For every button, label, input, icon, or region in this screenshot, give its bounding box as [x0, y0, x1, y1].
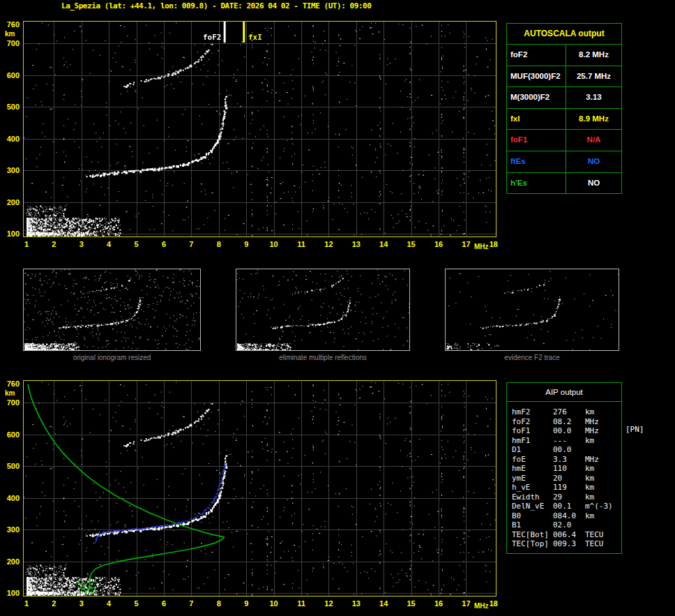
x-tick-label: 5	[135, 599, 139, 608]
thumbnail-caption: evidence F2 trace	[445, 354, 619, 361]
x-tick-label: 18	[490, 599, 498, 608]
x-tick-label: 15	[407, 240, 416, 248]
ionogram-plot-top: foF2 fxI	[23, 21, 496, 237]
table-row: M(3000)F2 3.13	[507, 87, 621, 108]
param-label: MUF(3000)F2	[507, 66, 566, 87]
y-tick-label: 300	[0, 166, 20, 174]
x-tick-label: 10	[269, 599, 278, 608]
y-tick-label: 400	[0, 135, 20, 143]
aip-table-header: AIP output	[507, 383, 621, 402]
y-axis-unit: km	[5, 389, 15, 397]
y-tick-label: 100	[0, 589, 20, 597]
x-tick-label: 6	[162, 599, 166, 608]
x-tick-label: 2	[52, 240, 56, 248]
param-unit: km	[585, 474, 621, 483]
x-tick-label: 13	[352, 599, 361, 608]
table-row: h_vE119km	[507, 483, 621, 493]
thumbnail-caption: original ionogram resized	[23, 354, 201, 361]
autoscala-output-table: AUTOSCALA output foF2 8.2 MHz MUF(3000)F…	[506, 23, 622, 194]
param-name: foF2	[507, 417, 553, 427]
table-row: foF100.0MHz	[507, 426, 621, 436]
param-name: hmF1	[507, 436, 553, 446]
table-row: foF2 8.2 MHz	[507, 44, 621, 66]
x-tick-label: 9	[244, 240, 248, 248]
pn-flag: [PN]	[625, 425, 644, 434]
y-tick-label: 100	[0, 230, 20, 238]
param-label: foF2	[507, 45, 566, 66]
param-value: 009.3	[553, 539, 585, 549]
x-tick-label: 4	[107, 599, 111, 608]
param-name: h_vE	[507, 483, 553, 493]
table-row: foF1 N/A	[507, 129, 621, 151]
param-value: ---	[553, 436, 585, 446]
autoscala-window: La_Spezia (lat: +44.1, lon: 009.8) - DAT…	[0, 0, 675, 616]
param-name: Ewidth	[507, 493, 553, 502]
x-tick-label: 16	[434, 599, 443, 608]
param-name: hmF2	[507, 407, 553, 417]
param-label: fxI	[507, 109, 566, 130]
param-unit	[585, 520, 621, 530]
table-row: ymE20km	[507, 474, 621, 483]
y-tick-label: 600	[0, 71, 20, 80]
table-row: foF208.2MHz	[507, 417, 621, 427]
x-tick-label: 17	[462, 240, 470, 248]
thumbnail-caption: eliminate multiple reflections	[236, 354, 410, 361]
x-tick-label: 12	[324, 599, 333, 608]
param-value: 119	[553, 483, 585, 493]
param-value: 29	[553, 493, 585, 502]
table-row: Ewidth29km	[507, 493, 621, 502]
param-unit: km	[585, 511, 621, 521]
param-unit: km	[585, 483, 621, 493]
param-unit: km	[585, 493, 621, 502]
x-tick-label: 1	[24, 599, 29, 608]
thumbnail-eliminate-reflections	[236, 269, 410, 351]
param-value: 00.0	[553, 426, 585, 436]
param-name: B0	[507, 511, 553, 521]
param-value: 08.2	[553, 417, 585, 427]
x-tick-label: 17	[462, 599, 470, 608]
param-value: 25.7 MHz	[566, 66, 621, 87]
param-name: DelN_vE	[507, 502, 553, 511]
table-row: foE3.3MHz	[507, 455, 621, 465]
param-value: 20	[553, 474, 585, 483]
x-tick-label: 13	[352, 240, 361, 248]
y-tick-label: 500	[0, 103, 20, 111]
x-tick-label: 12	[324, 240, 333, 248]
x-axis-unit: MHz	[474, 243, 489, 250]
table-row: fxI 8.9 MHz	[507, 108, 621, 130]
thumbnail-canvas	[446, 269, 619, 350]
y-tick-label: 600	[0, 430, 20, 439]
param-name: ymE	[507, 474, 553, 483]
table-row: B0084.0km	[507, 511, 621, 521]
thumbnail-canvas	[236, 269, 409, 350]
x-tick-label: 18	[490, 240, 498, 248]
param-value: 006.4	[553, 530, 585, 540]
param-name: foF1	[507, 426, 553, 436]
table-row: B102.0	[507, 520, 621, 530]
param-label: foF1	[507, 130, 566, 151]
x-tick-label: 11	[297, 599, 305, 608]
fxi-marker-label: fxI	[248, 33, 262, 42]
x-tick-label: 14	[379, 599, 388, 608]
x-tick-label: 7	[189, 599, 193, 608]
param-value: 8.9 MHz	[566, 109, 621, 130]
param-name: TEC[Bot]	[507, 530, 553, 540]
x-tick-label: 14	[379, 240, 388, 248]
param-unit: TECU	[585, 539, 621, 549]
param-value: NO	[566, 173, 621, 194]
table-row: hmE110km	[507, 464, 621, 474]
x-tick-label: 10	[269, 240, 278, 248]
y-tick-label: 760	[0, 380, 20, 388]
x-tick-label: 11	[297, 240, 305, 248]
param-unit: TECU	[585, 530, 621, 540]
param-name: B1	[507, 520, 553, 530]
x-tick-label: 5	[135, 240, 139, 248]
thumbnail-original-ionogram	[23, 269, 201, 351]
param-name: TEC[Top]	[507, 539, 553, 549]
param-label: ftEs	[507, 151, 566, 172]
y-tick-label: 700	[0, 39, 20, 47]
param-value: 02.0	[553, 520, 585, 530]
ionogram-canvas-bottom	[24, 381, 496, 596]
aip-rows: hmF2276km foF208.2MHz foF100.0MHz hmF1--…	[507, 402, 621, 553]
table-row: D100.0	[507, 445, 621, 455]
